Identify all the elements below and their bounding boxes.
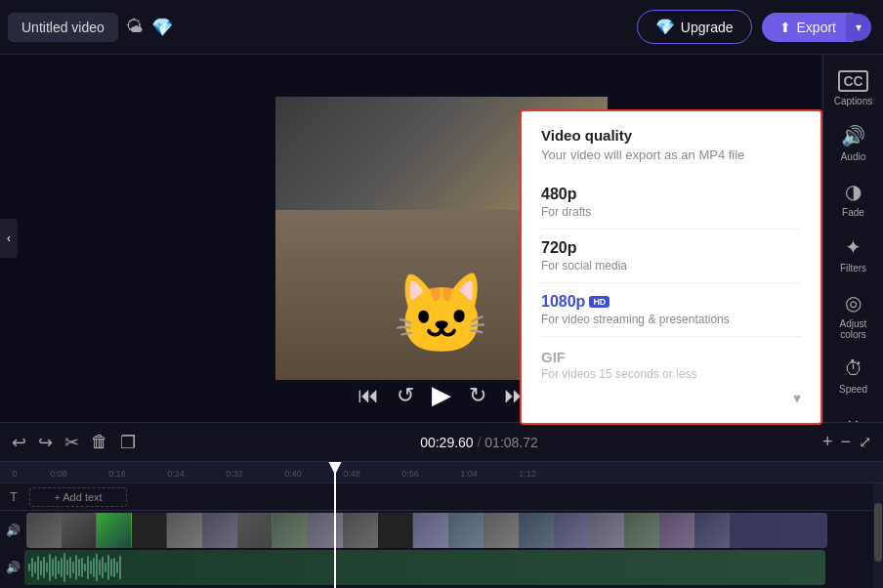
audio-clip[interactable]	[24, 550, 825, 585]
wave-bar	[110, 559, 112, 576]
film-strip	[26, 513, 827, 548]
export-chevron-button[interactable]: ▾	[846, 14, 871, 41]
wave-bar	[34, 562, 36, 573]
redo-button[interactable]: ↪	[38, 432, 53, 453]
ruler-mark-24: 0:24	[147, 469, 205, 481]
wave-bar	[46, 563, 48, 572]
hd-badge: HD	[589, 296, 610, 308]
film-frame	[378, 513, 413, 548]
film-frame	[694, 513, 730, 548]
sidebar-item-audio[interactable]: 🔊 Audio	[827, 116, 880, 170]
ruler-mark-8: 0:08	[29, 469, 88, 481]
zoom-controls: + − ⤢	[822, 432, 871, 452]
go-to-start-button[interactable]: ⏮	[357, 383, 379, 408]
delete-button[interactable]: 🗑	[91, 432, 108, 452]
wave-bar	[58, 561, 60, 574]
wave-bar	[40, 561, 42, 575]
text-track-label: T	[0, 489, 18, 504]
ruler-mark-56: 0:56	[381, 469, 440, 481]
wave-bar	[102, 557, 104, 578]
sidebar-item-adjust-colors[interactable]: ◎ Adjust colors	[827, 283, 880, 348]
wave-bar	[84, 564, 86, 571]
timeline-area: ↩ ↪ ✂ 🗑 ❐ 00:29.60 / 01:08.72 + − ⤢ 0	[0, 422, 883, 588]
audio-label: Audio	[841, 151, 866, 162]
wave-bar	[69, 557, 71, 578]
quality-name-1080p: 1080pHD	[541, 293, 801, 311]
play-button[interactable]: ▶	[432, 380, 451, 410]
duplicate-button[interactable]: ❐	[120, 432, 136, 453]
filters-label: Filters	[840, 263, 866, 273]
wave-bar	[55, 556, 57, 579]
header-left: Untitled video 🌤 💎	[8, 13, 173, 42]
sidebar-item-filters[interactable]: ✦ Filters	[827, 228, 880, 281]
wave-bar	[37, 556, 39, 580]
ruler-mark-0: 0	[0, 469, 29, 481]
quality-option-480p[interactable]: 480p For drafts	[541, 176, 801, 230]
quality-option-1080p[interactable]: 1080pHD For video streaming & presentati…	[541, 283, 801, 337]
wave-bar	[31, 558, 33, 577]
upgrade-button[interactable]: 💎 Upgrade	[637, 10, 752, 44]
undo-button[interactable]: ↩	[12, 432, 26, 453]
sidebar-item-fade[interactable]: ◑ Fade	[827, 172, 880, 226]
captions-icon: CC	[838, 70, 867, 92]
upgrade-label: Upgrade	[681, 20, 734, 35]
ruler-mark-112: 1:12	[498, 469, 557, 481]
scrollbar-thumb[interactable]	[874, 503, 882, 562]
zoom-out-button[interactable]: −	[840, 432, 851, 452]
quality-option-720p[interactable]: 720p For social media	[541, 230, 801, 283]
wave-bar	[66, 560, 68, 575]
film-frame	[202, 513, 237, 548]
timeline-scrollbar[interactable]	[873, 483, 883, 588]
export-button[interactable]: ⬆ Export	[762, 13, 854, 42]
audio-track-row: 🔊	[0, 550, 883, 585]
sidebar-item-captions[interactable]: CC Captions	[827, 63, 880, 114]
wave-bar	[75, 555, 77, 580]
video-track: 🔊	[0, 511, 883, 550]
film-frame	[413, 513, 448, 548]
header-right: 💎 Upgrade ⬆ Export ▾	[637, 10, 871, 44]
fade-icon: ◑	[845, 180, 862, 203]
quality-subtitle: Your video will export as an MP4 file	[541, 147, 801, 162]
timeline-body: 0 0:08 0:16 0:24 0:32 0:40 0:48 0:56 1:0…	[0, 462, 883, 588]
audio-waveform	[24, 550, 825, 585]
upload-icon: ⬆	[779, 20, 791, 35]
ruler-mark-48: 0:48	[322, 469, 381, 481]
sidebar-item-speed[interactable]: ⏱ Speed	[827, 350, 880, 402]
diamond-icon: 💎	[151, 17, 173, 38]
film-frame	[308, 513, 343, 548]
quality-desc-1080p: For video streaming & presentations	[541, 313, 801, 326]
video-clip[interactable]	[26, 513, 827, 548]
film-frame	[659, 513, 694, 548]
film-frame	[448, 513, 484, 548]
wave-bar	[107, 555, 109, 580]
filters-icon: ✦	[845, 235, 862, 259]
film-frame	[237, 513, 273, 548]
export-group: ⬆ Export ▾	[762, 13, 871, 42]
fade-label: Fade	[842, 207, 864, 218]
fast-forward-button[interactable]: ↻	[469, 383, 486, 408]
wave-bar	[87, 556, 89, 579]
audio-track-icon: 🔊	[6, 561, 24, 574]
add-track-button[interactable]: +	[822, 432, 833, 452]
header: Untitled video 🌤 💎 💎 Upgrade ⬆ Export ▾	[0, 0, 883, 55]
film-frame	[97, 513, 132, 548]
captions-label: Captions	[834, 96, 872, 106]
wave-bar	[99, 560, 101, 575]
wave-bar	[81, 558, 83, 577]
dropdown-chevron-icon[interactable]: ▾	[793, 389, 801, 407]
film-frame	[343, 513, 378, 548]
left-panel-toggle[interactable]: ‹	[0, 219, 18, 258]
ruler-marks: 0 0:08 0:16 0:24 0:32 0:40 0:48 0:56 1:0…	[0, 469, 883, 481]
playhead[interactable]	[334, 462, 336, 483]
film-frame	[132, 513, 167, 548]
rewind-button[interactable]: ↺	[397, 383, 414, 408]
wave-bar	[90, 561, 92, 574]
cut-button[interactable]: ✂	[64, 432, 79, 453]
video-controls: ⏮ ↺ ▶ ↻ ⏭	[357, 368, 526, 422]
fit-button[interactable]: ⤢	[859, 433, 871, 451]
title-button[interactable]: Untitled video	[8, 13, 118, 42]
add-text-button[interactable]: + Add text	[29, 487, 127, 507]
timeline-ruler: 0 0:08 0:16 0:24 0:32 0:40 0:48 0:56 1:0…	[0, 462, 883, 483]
gem-icon: 💎	[655, 18, 675, 36]
wave-bar	[113, 558, 115, 577]
